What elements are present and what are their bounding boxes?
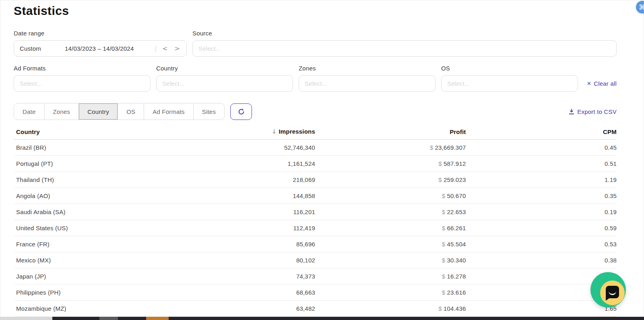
clear-all-button[interactable]: ✕ Clear all [587, 75, 617, 92]
profit-cell: $30.340 [315, 252, 466, 268]
filter-row-2: Ad Formats Country Zones OS [14, 65, 617, 92]
cpm-cell: 0.38 [466, 252, 617, 268]
refresh-button[interactable] [230, 103, 252, 120]
ad-formats-select[interactable] [14, 75, 151, 92]
currency-symbol: $ [438, 305, 442, 312]
cpm-cell: 0.35 [466, 188, 617, 204]
currency-symbol: $ [442, 289, 446, 296]
date-range-label: Date range [14, 30, 187, 37]
os-label: OS [441, 65, 578, 72]
cpm-cell: 0.59 [466, 220, 617, 236]
tab-zones[interactable]: Zones [45, 103, 79, 120]
profit-value: 30.340 [447, 257, 466, 264]
table-row[interactable]: United States (US) 112,419 $66.261 0.59 [14, 220, 617, 236]
taskbar-segment-light [0, 317, 52, 320]
impressions-cell: 80,102 [165, 252, 316, 268]
date-range-mode[interactable]: Custom [20, 45, 65, 52]
tab-ad-formats[interactable]: Ad Formats [144, 103, 194, 120]
table-row[interactable]: Brazil (BR) 52,746,340 $23,669.307 0.45 [14, 140, 617, 156]
zones-select[interactable] [299, 75, 436, 92]
currency-symbol: $ [438, 160, 442, 167]
currency-symbol: $ [442, 257, 446, 264]
sort-desc-icon: ↓ [272, 128, 277, 135]
column-header-cpm[interactable]: CPM [466, 126, 617, 140]
os-select[interactable] [441, 75, 578, 92]
profit-cell: $50.670 [315, 188, 466, 204]
taskbar-segment-orange [146, 317, 169, 320]
group-by-tabs: DateZonesCountryOSAd FormatsSites [14, 103, 225, 120]
tab-date[interactable]: Date [14, 103, 45, 120]
os-input[interactable] [447, 80, 572, 87]
country-cell: Mexico (MX) [14, 252, 165, 268]
country-select[interactable] [156, 75, 293, 92]
impressions-cell: 68,663 [165, 285, 316, 301]
profit-value: 45.504 [447, 241, 466, 248]
country-label: Country [156, 65, 293, 72]
tab-os[interactable]: OS [118, 103, 144, 120]
tab-country[interactable]: Country [79, 103, 118, 120]
source-label: Source [192, 30, 617, 37]
country-cell: Angola (AO) [14, 188, 165, 204]
profit-value: 104.436 [444, 305, 466, 312]
date-prev-icon[interactable]: < [161, 45, 169, 52]
table-row[interactable]: Mexico (MX) 80,102 $30.340 0.38 [14, 252, 617, 268]
impressions-cell: 218,069 [165, 172, 316, 188]
zones-input[interactable] [305, 80, 429, 87]
country-header-label: Country [16, 128, 40, 135]
country-cell: Mozambique (MZ) [14, 301, 165, 317]
chat-inner-circle [600, 281, 625, 305]
taskbar-edge [0, 317, 644, 320]
table-row[interactable]: Philippines (PH) 68,663 $23.616 [14, 285, 617, 301]
table-row[interactable]: Portugal (PT) 1,161,524 $587.912 0.51 [14, 156, 617, 172]
filter-row-1: Date range Custom 14/03/2023 – 14/03/202… [14, 30, 617, 57]
country-input[interactable] [162, 80, 287, 87]
report-toolbar: DateZonesCountryOSAd FormatsSites Export… [14, 103, 617, 120]
source-select[interactable] [192, 40, 617, 57]
date-range-divider: | [155, 45, 157, 52]
download-icon [569, 109, 574, 115]
impressions-cell: 116,201 [165, 204, 316, 220]
ad-formats-input[interactable] [20, 80, 144, 87]
column-header-impressions[interactable]: ↓Impressions [165, 126, 316, 140]
table-row[interactable]: Angola (AO) 144,858 $50.670 0.35 [14, 188, 617, 204]
column-header-country[interactable]: Country [14, 126, 165, 140]
statistics-page: Statistics Date range Custom 14/03/2023 … [0, 0, 644, 317]
table-row[interactable]: Thailand (TH) 218,069 $259.023 1.19 [14, 172, 617, 188]
date-range-picker[interactable]: Custom 14/03/2023 – 14/03/2024 | < > [14, 40, 187, 57]
profit-value: 23,669.307 [435, 144, 466, 151]
table-row[interactable]: Saudi Arabia (SA) 116,201 $22.653 0.19 [14, 204, 617, 220]
table-row[interactable]: France (FR) 85,696 $45.504 0.53 [14, 236, 617, 252]
country-cell: France (FR) [14, 236, 165, 252]
cpm-header-label: CPM [603, 128, 617, 135]
source-input[interactable] [198, 45, 611, 52]
date-range-value[interactable]: 14/03/2023 – 14/03/2024 [65, 45, 134, 52]
table-row[interactable]: Japan (JP) 74,373 $16.278 0.22 [14, 268, 617, 285]
country-cell: Brazil (BR) [14, 140, 165, 156]
currency-symbol: $ [442, 209, 446, 215]
export-csv-button[interactable]: Export to CSV [569, 108, 617, 115]
currency-symbol: $ [430, 144, 433, 151]
chat-launcher-button[interactable] [590, 272, 626, 308]
currency-symbol: $ [442, 225, 446, 231]
tab-sites[interactable]: Sites [194, 103, 224, 120]
country-cell: United States (US) [14, 220, 165, 236]
profit-value: 259.023 [444, 176, 466, 183]
profit-cell: $23.616 [315, 285, 466, 301]
column-header-profit[interactable]: Profit [315, 126, 466, 140]
chat-smile-icon [609, 291, 616, 295]
table-row[interactable]: Mozambique (MZ) 63,482 $104.436 1.65 [14, 301, 617, 317]
ad-formats-filter: Ad Formats [14, 65, 151, 92]
command-glyph: ⌘ [639, 3, 644, 11]
os-filter: OS [441, 65, 578, 92]
date-start: 14/03/2023 [65, 45, 96, 52]
profit-cell: $259.023 [315, 172, 466, 188]
impressions-cell: 63,482 [165, 301, 316, 317]
profit-cell: $66.261 [315, 220, 466, 236]
profit-cell: $23,669.307 [315, 140, 466, 156]
country-cell: Japan (JP) [14, 268, 165, 285]
page-title: Statistics [14, 4, 617, 18]
country-cell: Thailand (TH) [14, 172, 165, 188]
date-next-icon[interactable]: > [173, 45, 181, 52]
source-filter: Source [192, 30, 617, 57]
profit-cell: $22.653 [315, 204, 466, 220]
